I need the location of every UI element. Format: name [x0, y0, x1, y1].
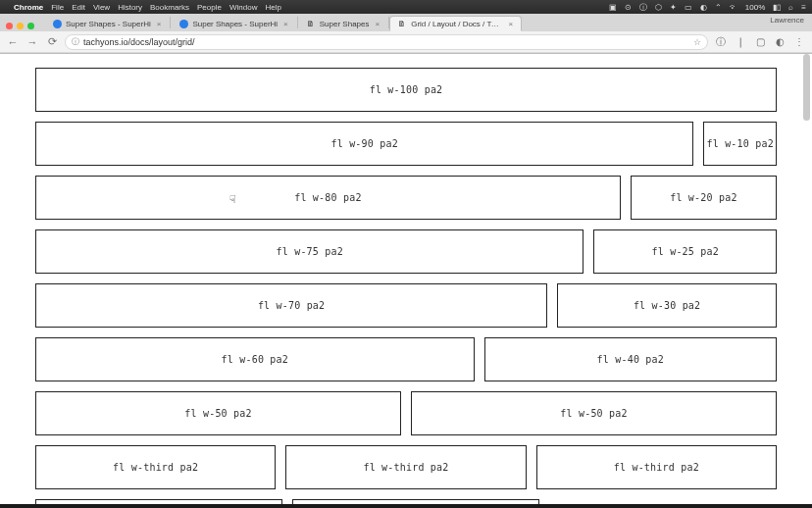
cell-label: fl w-20 pa2 — [670, 192, 736, 203]
tab-title: Grid / Layout / Docs / TACHYONS — [411, 20, 502, 28]
cell-label: fl w-50 pa2 — [560, 408, 627, 419]
cell-label: fl w-100 pa2 — [370, 84, 443, 95]
browser-toolbar: ← → ⟳ ⓘ tachyons.io/docs/layout/grid/ ☆ … — [0, 31, 812, 53]
cell-label: fl w-90 pa2 — [330, 138, 397, 149]
grid-row: fl w-75 pa2 fl w-25 pa2 — [35, 229, 777, 274]
grid-row: fl w-90 pa2 fl w-10 pa2 — [35, 122, 777, 166]
status-icon: ▭ — [685, 3, 692, 12]
browser-tab-active[interactable]: 🗎 Grid / Layout / Docs / TACHYONS × — [389, 16, 522, 31]
grid-row: fl w-third pa2 fl w-third pa2 fl w-third… — [35, 445, 777, 489]
tab-title: Super Shapes - SuperHi — [66, 20, 151, 28]
cell-label: fl w-70 pa2 — [258, 300, 325, 311]
menu-people[interactable]: People — [197, 3, 222, 12]
battery-percent: 100% — [745, 3, 765, 12]
grid-cell: fl w-70 pa2 — [35, 283, 547, 328]
fullscreen-window-icon[interactable] — [27, 23, 34, 29]
cell-label: fl w-75 pa2 — [277, 246, 343, 257]
vertical-scrollbar[interactable] — [803, 54, 810, 121]
grid-cell: fl w-100 pa2 — [35, 68, 777, 112]
close-tab-icon[interactable]: × — [157, 20, 162, 28]
tabstrip: Super Shapes - SuperHi × Super Shapes - … — [0, 14, 812, 31]
menu-bookmarks[interactable]: Bookmarks — [150, 3, 189, 12]
forward-button[interactable]: → — [25, 36, 39, 48]
window-controls — [6, 23, 34, 29]
extension-icon[interactable]: ◐ — [773, 36, 787, 47]
menu-window[interactable]: Window — [229, 3, 257, 12]
grid-cell: fl w-25 pa2 — [593, 229, 777, 274]
menu-icon[interactable]: ≡ — [801, 3, 806, 12]
tab-title: Super Shapes — [320, 20, 370, 28]
menu-help[interactable]: Help — [265, 3, 280, 12]
tab-title: Super Shapes - SuperHi — [192, 20, 278, 28]
address-bar[interactable]: ⓘ tachyons.io/docs/layout/grid/ ☆ — [65, 34, 708, 50]
dock-edge — [0, 504, 812, 508]
menu-edit[interactable]: Edit — [72, 3, 85, 12]
chrome-window-header: Super Shapes - SuperHi × Super Shapes - … — [0, 14, 812, 54]
cell-label: fl w-10 pa2 — [706, 138, 773, 149]
back-button[interactable]: ← — [6, 36, 20, 48]
grid-cell: fl w-30 pa2 — [557, 283, 777, 328]
cell-label: fl w-40 pa2 — [597, 354, 664, 365]
favicon-document-icon: 🗎 — [307, 20, 316, 28]
grid-cell: fl w-40 pa2 — [484, 337, 777, 381]
grid-cell: fl w-50 pa2 — [35, 391, 401, 435]
cell-label: fl w-third pa2 — [363, 462, 448, 473]
close-tab-icon[interactable]: × — [375, 20, 380, 28]
grid-row: fl w-80 pa2 fl w-20 pa2 — [35, 176, 777, 220]
favicon-superhi-icon — [53, 20, 62, 28]
favicon-superhi-icon — [179, 20, 188, 28]
close-window-icon[interactable] — [6, 23, 13, 29]
grid-row: fl w-60 pa2 fl w-40 pa2 — [35, 337, 777, 381]
browser-tab[interactable]: 🗎 Super Shapes × — [298, 16, 388, 31]
extension-icon[interactable]: ▢ — [753, 36, 767, 47]
menu-history[interactable]: History — [118, 3, 142, 12]
site-info-icon[interactable]: ⓘ — [72, 36, 79, 47]
search-icon[interactable]: ⌕ — [788, 3, 793, 12]
grid-cell: fl w-20 pa2 — [631, 176, 777, 220]
wifi-icon[interactable]: ᯤ — [730, 3, 737, 12]
close-tab-icon[interactable]: × — [508, 20, 513, 28]
grid-row: fl w-70 pa2 fl w-30 pa2 — [35, 283, 777, 328]
chrome-menu-icon[interactable]: ⋮ — [792, 36, 806, 47]
browser-tab[interactable]: Super Shapes - SuperHi × — [44, 16, 170, 31]
grid-cell: fl w-third pa2 — [35, 445, 276, 489]
close-tab-icon[interactable]: × — [283, 20, 288, 28]
url-text: tachyons.io/docs/layout/grid/ — [83, 37, 689, 47]
page-content: fl w-100 pa2 fl w-90 pa2 fl w-10 pa2 fl … — [0, 54, 812, 508]
status-icon: ✦ — [670, 3, 677, 12]
grid-cell: fl w-50 pa2 — [411, 391, 777, 435]
extension-icon[interactable]: ❘ — [734, 36, 747, 47]
menubar-appname[interactable]: Chrome — [14, 3, 43, 12]
cell-label: fl w-60 pa2 — [222, 354, 288, 365]
grid-cell: fl w-10 pa2 — [703, 122, 777, 166]
grid-cell: fl w-80 pa2 — [35, 176, 621, 220]
grid-cell: fl w-third pa2 — [536, 445, 777, 489]
status-icon: ▣ — [609, 3, 617, 12]
menu-view[interactable]: View — [93, 3, 110, 12]
minimize-window-icon[interactable] — [17, 23, 24, 29]
extension-icon[interactable]: ⓘ — [714, 35, 728, 49]
menu-file[interactable]: File — [51, 3, 64, 12]
bookmark-star-icon[interactable]: ☆ — [693, 37, 701, 47]
cell-label: fl w-third pa2 — [113, 462, 198, 473]
mac-menubar: Chrome File Edit View History Bookmarks … — [0, 0, 812, 14]
spotlight-icon[interactable]: ◐ — [700, 3, 707, 12]
favicon-document-icon: 🗎 — [398, 20, 407, 28]
reload-button[interactable]: ⟳ — [45, 35, 59, 48]
profile-name[interactable]: Lawrence — [770, 16, 804, 25]
grid-cell: fl w-third pa2 — [285, 445, 526, 489]
status-icon: ⌃ — [715, 3, 722, 12]
grid-row: fl w-100 pa2 — [35, 68, 777, 112]
page-viewport: fl w-100 pa2 fl w-90 pa2 fl w-10 pa2 fl … — [0, 54, 812, 508]
dropbox-icon[interactable]: ⬡ — [655, 3, 662, 12]
grid-row: fl w-50 pa2 fl w-50 pa2 — [35, 391, 777, 435]
cell-label: fl w-25 pa2 — [652, 246, 719, 257]
cell-label: fl w-third pa2 — [614, 462, 699, 473]
cell-label: fl w-30 pa2 — [634, 300, 700, 311]
grid-cell: fl w-90 pa2 — [35, 122, 693, 166]
grid-cell: fl w-75 pa2 — [35, 229, 584, 274]
cell-label: fl w-80 pa2 — [294, 192, 361, 203]
cell-label: fl w-50 pa2 — [184, 408, 251, 419]
status-icon: ⓘ — [639, 2, 647, 13]
browser-tab[interactable]: Super Shapes - SuperHi × — [171, 16, 296, 31]
